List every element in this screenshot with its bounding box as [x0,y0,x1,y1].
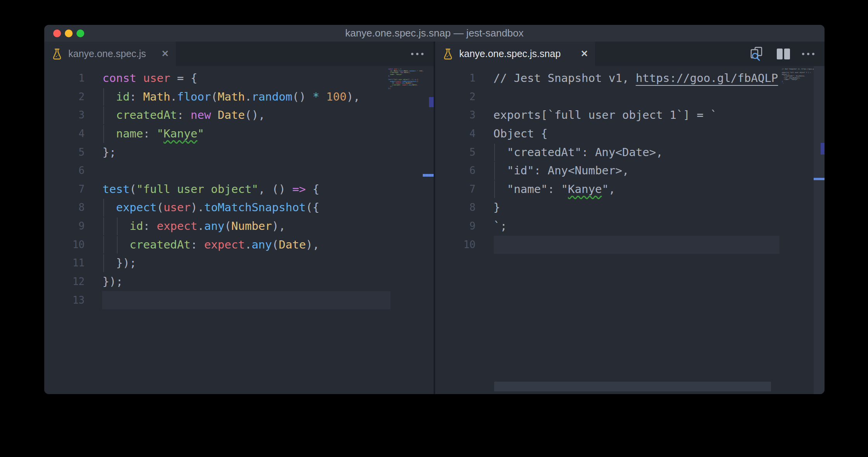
editor-group-right: kanye.one.spec.js.snap ✕ [435,42,825,394]
line-number: 2 [435,88,476,106]
code-line[interactable]: 3 createdAt: new Date(), [44,106,434,125]
document-search-icon[interactable] [749,46,765,62]
code-line[interactable]: 6 [44,162,434,180]
flask-icon [52,48,62,60]
code-line[interactable]: 1const user = { [44,69,434,88]
current-line-highlight [494,236,779,254]
code-text: // Jest Snapshot v1, https://goo.gl/fbAQ… [476,69,778,88]
code-line[interactable]: 9 id: expect.any(Number), [44,217,434,236]
traffic-lights [53,30,84,37]
line-number: 4 [44,125,85,143]
current-line-highlight [102,291,391,310]
editor-split: kanye.one.spec.js ✕ 1const user = {2 id:… [44,42,825,394]
code-text: "name": "Kanye", [476,180,615,199]
ruler-cursor-marker [814,178,825,180]
code-lines-left: 1const user = {2 id: Math.floor(Math.ran… [44,66,434,394]
more-actions-icon[interactable] [411,53,424,55]
more-actions-icon[interactable] [802,53,814,55]
code-line[interactable]: 1// Jest Snapshot v1, https://goo.gl/fbA… [435,69,825,88]
tab-bar-actions-left [411,42,434,66]
overview-ruler-right[interactable] [814,66,825,394]
code-line[interactable]: 5 "createdAt": Any<Date>, [435,143,825,162]
titlebar[interactable]: kanye.one.spec.js.snap — jest-sandbox [44,25,825,42]
code-line[interactable]: 7test("full user object", () => { [44,180,434,199]
code-text: } [476,198,500,217]
code-editor-left[interactable]: 1const user = {2 id: Math.floor(Math.ran… [44,66,434,394]
code-line[interactable]: 13 [44,291,434,310]
code-text [476,236,493,254]
code-text: id: Math.floor(Math.random() * 100), [85,88,360,106]
code-line[interactable]: 5}; [44,143,434,162]
code-text: test("full user object", () => { [85,180,319,199]
code-line[interactable]: 8} [435,198,825,217]
ruler-marker [429,97,434,107]
code-line[interactable]: 6 "id": Any<Number>, [435,162,825,180]
code-line[interactable]: 3exports[`full user object 1`] = ` [435,106,825,125]
code-text [85,162,102,180]
tab-label: kanye.one.spec.js [68,48,146,59]
tab-kanye-one-spec-js[interactable]: kanye.one.spec.js ✕ [44,42,176,66]
line-number: 7 [44,180,85,199]
code-text: "id": Any<Number>, [476,162,629,180]
line-number: 3 [435,106,476,125]
split-editor-icon[interactable] [776,48,790,60]
code-text: name: "Kanye" [85,125,204,143]
code-lines-right: 1// Jest Snapshot v1, https://goo.gl/fbA… [435,66,825,394]
code-line[interactable]: 2 [435,88,825,106]
code-line[interactable]: 11 }); [44,254,434,273]
flask-icon [443,48,453,60]
code-text: const user = { [85,69,197,88]
code-text: exports[`full user object 1`] = ` [476,106,717,125]
code-text: Object { [476,125,548,143]
line-number: 3 [44,106,85,125]
editor-group-left: kanye.one.spec.js ✕ 1const user = {2 id:… [44,42,434,394]
ruler-cursor-marker [423,174,434,177]
line-number: 4 [435,125,476,143]
line-number: 1 [44,69,85,88]
tab-bar-left: kanye.one.spec.js ✕ [44,42,434,66]
code-line[interactable]: 2 id: Math.floor(Math.random() * 100), [44,88,434,106]
line-number: 5 [44,143,85,162]
vscode-window: kanye.one.spec.js.snap — jest-sandbox ka… [44,25,825,394]
tab-bar-right: kanye.one.spec.js.snap ✕ [435,42,825,66]
minimap-left[interactable]: const user = { id: Math.floor(Math.rando… [388,68,425,91]
overview-ruler-left[interactable] [423,66,434,394]
code-text: }); [85,273,123,291]
tab-kanye-one-spec-js-snap[interactable]: kanye.one.spec.js.snap ✕ [435,42,595,66]
code-text: createdAt: new Date(), [85,106,265,125]
horizontal-scrollbar[interactable] [494,382,771,391]
line-number: 9 [435,217,476,236]
line-number: 11 [44,254,85,273]
tab-label: kanye.one.spec.js.snap [459,48,561,59]
line-number: 8 [44,198,85,217]
code-text: "createdAt": Any<Date>, [476,143,663,162]
close-window-button[interactable] [53,30,61,37]
code-line[interactable]: 10 [435,236,825,254]
code-line[interactable]: 7 "name": "Kanye", [435,180,825,199]
line-number: 6 [435,162,476,180]
code-line[interactable]: 4 name: "Kanye" [44,125,434,143]
line-number: 13 [44,291,85,310]
code-line[interactable]: 4Object { [435,125,825,143]
close-tab-icon[interactable]: ✕ [581,49,588,59]
minimize-window-button[interactable] [65,30,73,37]
code-line[interactable]: 9`; [435,217,825,236]
editor-actions-right [749,42,825,66]
close-tab-icon[interactable]: ✕ [161,49,169,59]
code-editor-right[interactable]: 1// Jest Snapshot v1, https://goo.gl/fbA… [435,66,825,394]
line-number: 6 [44,162,85,180]
code-text: createdAt: expect.any(Date), [85,236,319,254]
line-number: 9 [44,217,85,236]
code-text: expect(user).toMatchSnapshot({ [85,198,319,217]
code-line[interactable]: 8 expect(user).toMatchSnapshot({ [44,198,434,217]
code-text: id: expect.any(Number), [85,217,285,236]
code-line[interactable]: 10 createdAt: expect.any(Date), [44,236,434,254]
line-number: 10 [44,236,85,254]
code-text [476,88,493,106]
code-line[interactable]: 12}); [44,273,434,291]
ruler-marker [821,143,825,155]
zoom-window-button[interactable] [76,30,84,37]
code-text: }; [85,143,116,162]
line-number: 10 [435,236,476,254]
line-number: 2 [44,88,85,106]
